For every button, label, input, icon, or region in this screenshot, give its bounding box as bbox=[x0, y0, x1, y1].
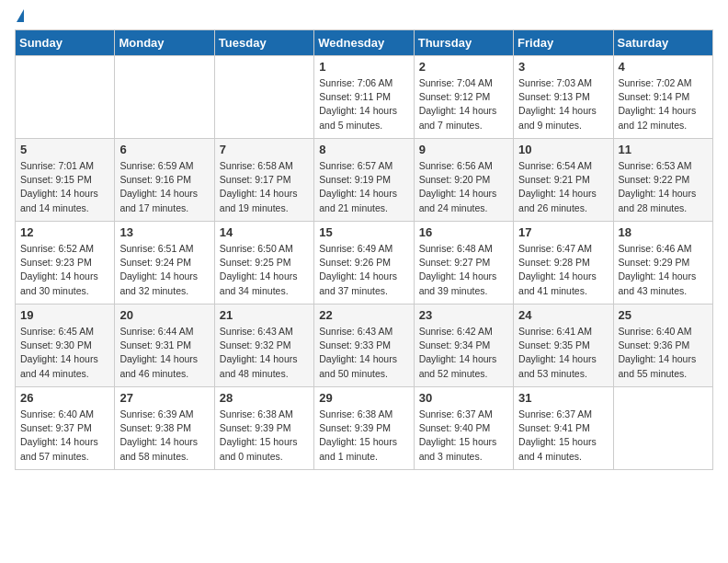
day-info: Sunrise: 6:52 AMSunset: 9:23 PMDaylight:… bbox=[20, 242, 109, 298]
calendar-cell: 6Sunrise: 6:59 AMSunset: 9:16 PMDaylight… bbox=[115, 139, 214, 222]
calendar-cell: 29Sunrise: 6:38 AMSunset: 9:39 PMDayligh… bbox=[314, 387, 414, 470]
calendar-week-row: 26Sunrise: 6:40 AMSunset: 9:37 PMDayligh… bbox=[16, 387, 713, 470]
calendar-cell: 30Sunrise: 6:37 AMSunset: 9:40 PMDayligh… bbox=[414, 387, 513, 470]
calendar-cell: 28Sunrise: 6:38 AMSunset: 9:39 PMDayligh… bbox=[214, 387, 313, 470]
calendar-week-row: 5Sunrise: 7:01 AMSunset: 9:15 PMDaylight… bbox=[16, 139, 713, 222]
day-info: Sunrise: 6:51 AMSunset: 9:24 PMDaylight:… bbox=[119, 242, 209, 298]
day-number: 29 bbox=[319, 391, 408, 405]
calendar-cell bbox=[16, 56, 115, 139]
day-number: 19 bbox=[20, 308, 109, 322]
day-info: Sunrise: 6:37 AMSunset: 9:40 PMDaylight:… bbox=[419, 408, 508, 464]
day-number: 2 bbox=[419, 60, 508, 74]
day-info: Sunrise: 6:38 AMSunset: 9:39 PMDaylight:… bbox=[220, 408, 309, 464]
day-info: Sunrise: 6:45 AMSunset: 9:30 PMDaylight:… bbox=[20, 325, 109, 381]
day-info: Sunrise: 6:43 AMSunset: 9:32 PMDaylight:… bbox=[220, 325, 309, 381]
calendar-cell: 1Sunrise: 7:06 AMSunset: 9:11 PMDaylight… bbox=[314, 56, 414, 139]
day-number: 20 bbox=[119, 308, 209, 322]
calendar-cell: 10Sunrise: 6:54 AMSunset: 9:21 PMDayligh… bbox=[514, 139, 613, 222]
day-number: 6 bbox=[119, 143, 209, 156]
col-header-sunday: Sunday bbox=[16, 30, 115, 56]
calendar-table: SundayMondayTuesdayWednesdayThursdayFrid… bbox=[15, 29, 713, 470]
calendar-cell: 4Sunrise: 7:02 AMSunset: 9:14 PMDaylight… bbox=[613, 56, 712, 139]
day-number: 4 bbox=[619, 60, 708, 74]
day-info: Sunrise: 6:41 AMSunset: 9:35 PMDaylight:… bbox=[518, 325, 608, 381]
day-number: 31 bbox=[518, 391, 608, 405]
day-number: 11 bbox=[619, 143, 708, 156]
calendar-cell: 25Sunrise: 6:40 AMSunset: 9:36 PMDayligh… bbox=[613, 304, 712, 387]
day-info: Sunrise: 6:48 AMSunset: 9:27 PMDaylight:… bbox=[419, 242, 508, 298]
day-number: 10 bbox=[518, 143, 608, 156]
calendar-cell: 11Sunrise: 6:53 AMSunset: 9:22 PMDayligh… bbox=[613, 139, 712, 222]
col-header-friday: Friday bbox=[514, 30, 613, 56]
day-info: Sunrise: 7:06 AMSunset: 9:11 PMDaylight:… bbox=[319, 76, 408, 132]
calendar-cell: 17Sunrise: 6:47 AMSunset: 9:28 PMDayligh… bbox=[514, 222, 613, 304]
calendar-cell: 22Sunrise: 6:43 AMSunset: 9:33 PMDayligh… bbox=[314, 304, 414, 387]
calendar-cell: 12Sunrise: 6:52 AMSunset: 9:23 PMDayligh… bbox=[16, 222, 115, 304]
day-number: 23 bbox=[419, 308, 508, 322]
calendar-cell: 20Sunrise: 6:44 AMSunset: 9:31 PMDayligh… bbox=[115, 304, 214, 387]
day-number: 15 bbox=[319, 225, 408, 239]
day-info: Sunrise: 6:53 AMSunset: 9:22 PMDaylight:… bbox=[619, 159, 708, 215]
day-info: Sunrise: 6:49 AMSunset: 9:26 PMDaylight:… bbox=[319, 242, 408, 298]
day-info: Sunrise: 7:04 AMSunset: 9:12 PMDaylight:… bbox=[419, 76, 508, 132]
calendar-cell: 23Sunrise: 6:42 AMSunset: 9:34 PMDayligh… bbox=[414, 304, 513, 387]
day-info: Sunrise: 6:40 AMSunset: 9:36 PMDaylight:… bbox=[619, 325, 708, 381]
calendar-week-row: 12Sunrise: 6:52 AMSunset: 9:23 PMDayligh… bbox=[16, 222, 713, 304]
day-info: Sunrise: 6:42 AMSunset: 9:34 PMDaylight:… bbox=[419, 325, 508, 381]
day-number: 28 bbox=[220, 391, 309, 405]
day-info: Sunrise: 6:39 AMSunset: 9:38 PMDaylight:… bbox=[119, 408, 209, 464]
day-info: Sunrise: 6:38 AMSunset: 9:39 PMDaylight:… bbox=[319, 408, 408, 464]
day-info: Sunrise: 6:46 AMSunset: 9:29 PMDaylight:… bbox=[619, 242, 708, 298]
day-info: Sunrise: 7:02 AMSunset: 9:14 PMDaylight:… bbox=[619, 76, 708, 132]
calendar-cell bbox=[613, 387, 712, 470]
day-info: Sunrise: 7:03 AMSunset: 9:13 PMDaylight:… bbox=[518, 76, 608, 132]
calendar-cell: 24Sunrise: 6:41 AMSunset: 9:35 PMDayligh… bbox=[514, 304, 613, 387]
day-number: 13 bbox=[119, 225, 209, 239]
day-number: 12 bbox=[20, 225, 109, 239]
col-header-thursday: Thursday bbox=[414, 30, 513, 56]
logo-triangle-icon bbox=[17, 9, 24, 22]
day-number: 1 bbox=[319, 60, 408, 74]
day-number: 3 bbox=[518, 60, 608, 74]
day-info: Sunrise: 7:01 AMSunset: 9:15 PMDaylight:… bbox=[20, 159, 109, 215]
day-number: 16 bbox=[419, 225, 508, 239]
calendar-cell: 16Sunrise: 6:48 AMSunset: 9:27 PMDayligh… bbox=[414, 222, 513, 304]
day-info: Sunrise: 6:43 AMSunset: 9:33 PMDaylight:… bbox=[319, 325, 408, 381]
day-number: 17 bbox=[518, 225, 608, 239]
col-header-tuesday: Tuesday bbox=[214, 30, 313, 56]
col-header-monday: Monday bbox=[115, 30, 214, 56]
day-info: Sunrise: 6:54 AMSunset: 9:21 PMDaylight:… bbox=[518, 159, 608, 215]
day-info: Sunrise: 6:57 AMSunset: 9:19 PMDaylight:… bbox=[319, 159, 408, 215]
day-number: 27 bbox=[119, 391, 209, 405]
col-header-saturday: Saturday bbox=[613, 30, 712, 56]
calendar-cell bbox=[115, 56, 214, 139]
day-info: Sunrise: 6:59 AMSunset: 9:16 PMDaylight:… bbox=[119, 159, 209, 215]
day-number: 26 bbox=[20, 391, 109, 405]
calendar-cell bbox=[214, 56, 313, 139]
day-number: 24 bbox=[518, 308, 608, 322]
col-header-wednesday: Wednesday bbox=[314, 30, 414, 56]
day-number: 18 bbox=[619, 225, 708, 239]
calendar-week-row: 1Sunrise: 7:06 AMSunset: 9:11 PMDaylight… bbox=[16, 56, 713, 139]
calendar-cell: 13Sunrise: 6:51 AMSunset: 9:24 PMDayligh… bbox=[115, 222, 214, 304]
day-info: Sunrise: 6:47 AMSunset: 9:28 PMDaylight:… bbox=[518, 242, 608, 298]
day-number: 8 bbox=[319, 143, 408, 156]
day-number: 21 bbox=[220, 308, 309, 322]
calendar-cell: 21Sunrise: 6:43 AMSunset: 9:32 PMDayligh… bbox=[214, 304, 313, 387]
calendar-cell: 5Sunrise: 7:01 AMSunset: 9:15 PMDaylight… bbox=[16, 139, 115, 222]
calendar-cell: 2Sunrise: 7:04 AMSunset: 9:12 PMDaylight… bbox=[414, 56, 513, 139]
calendar-cell: 7Sunrise: 6:58 AMSunset: 9:17 PMDaylight… bbox=[214, 139, 313, 222]
day-number: 30 bbox=[419, 391, 508, 405]
calendar-cell: 18Sunrise: 6:46 AMSunset: 9:29 PMDayligh… bbox=[613, 222, 712, 304]
calendar-cell: 31Sunrise: 6:37 AMSunset: 9:41 PMDayligh… bbox=[514, 387, 613, 470]
day-number: 9 bbox=[419, 143, 508, 156]
calendar-cell: 8Sunrise: 6:57 AMSunset: 9:19 PMDaylight… bbox=[314, 139, 414, 222]
logo bbox=[15, 15, 24, 18]
day-number: 25 bbox=[619, 308, 708, 322]
calendar-cell: 14Sunrise: 6:50 AMSunset: 9:25 PMDayligh… bbox=[214, 222, 313, 304]
day-number: 5 bbox=[20, 143, 109, 156]
day-info: Sunrise: 6:40 AMSunset: 9:37 PMDaylight:… bbox=[20, 408, 109, 464]
calendar-cell: 27Sunrise: 6:39 AMSunset: 9:38 PMDayligh… bbox=[115, 387, 214, 470]
day-info: Sunrise: 6:37 AMSunset: 9:41 PMDaylight:… bbox=[518, 408, 608, 464]
day-number: 7 bbox=[220, 143, 309, 156]
